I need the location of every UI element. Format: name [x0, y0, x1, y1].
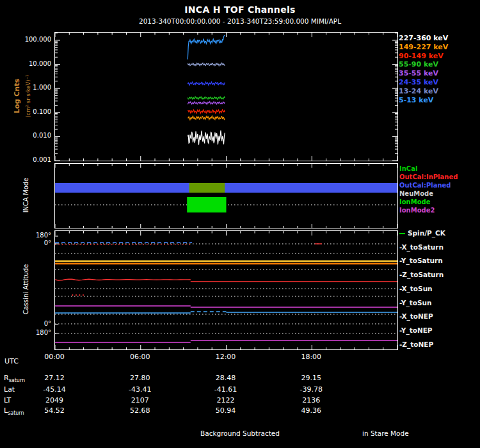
ephemeris-value: -45.14	[43, 385, 65, 394]
flux-plot-canvas	[55, 33, 397, 161]
ephemeris-value: -39.78	[300, 385, 323, 394]
ephemeris-row-label: Lsaturn	[4, 406, 24, 416]
attitude-legend-item: -Y_toSun	[399, 299, 431, 307]
ephemeris-value: 2136	[302, 396, 320, 404]
flux-ytick-label: 0.100	[0, 108, 51, 115]
legend-label: -Y_toNEP	[399, 326, 433, 334]
flux-series-13-24keV	[188, 63, 225, 65]
mode-legend-item: NeuMode	[399, 190, 433, 197]
flux-legend-item: 5-13 keV	[399, 96, 433, 104]
mode-plot-canvas	[55, 164, 397, 228]
attitude-plot-canvas	[55, 231, 397, 349]
mode-bar-InCal	[189, 183, 225, 193]
flux-plot-panel	[54, 32, 398, 161]
inca-tof-plot-screen: INCA H TOF Channels 2013-340T00:00:00.00…	[0, 0, 480, 448]
flux-legend-item: 90-149 keV	[399, 52, 444, 60]
legend-label: -X_toSun	[399, 285, 433, 292]
flux-series-227-360keV	[188, 131, 225, 145]
attitude-plot-panel	[54, 230, 398, 350]
flux-ytick-label: 0.010	[0, 132, 51, 139]
time-tick-label: 06:00	[130, 353, 150, 361]
utc-axis-label: UTC	[4, 357, 19, 365]
attitude-legend-item: -X_toNEP	[399, 312, 433, 320]
legend-label: -X_toSaturn	[399, 243, 444, 251]
ephemeris-value: 27.12	[44, 374, 65, 382]
flux-legend-item: 227-360 keV	[399, 34, 448, 42]
plot-title: INCA H TOF Channels	[0, 4, 480, 15]
ephemeris-label-main: R	[4, 374, 9, 382]
mode-legend-item: OutCal:Planed	[399, 182, 451, 189]
legend-label: -Y_toSaturn	[399, 257, 443, 264]
time-tick-label: 18:00	[301, 353, 321, 361]
flux-ytick-label: 0.001	[0, 156, 51, 163]
ephemeris-row-label: LT	[4, 396, 11, 404]
ephemeris-value: 49.36	[301, 406, 322, 415]
ephemeris-value: 2122	[217, 396, 235, 404]
attitude-ytick-label: 0°	[0, 239, 51, 246]
footer-stare-mode: in Stare Mode	[362, 429, 409, 437]
flux-series-35-55keV	[188, 102, 225, 104]
flux-legend-item: 24-35 keV	[399, 78, 438, 86]
legend-label: -Z_toNEP	[399, 340, 433, 348]
ephemeris-value: 27.80	[130, 374, 150, 382]
mode-y-axis-label: INCA Mode	[22, 178, 29, 213]
ephemeris-value: 50.94	[216, 406, 236, 415]
mode-legend-item: IonMode	[399, 198, 430, 205]
attitude-legend-item: -Z_toNEP	[399, 340, 433, 348]
flux-series-90-149keV	[188, 109, 225, 113]
ephemeris-label-subscript: saturn	[9, 378, 26, 383]
attitude-legend-item: -X_toSaturn	[399, 243, 444, 251]
ephemeris-row-label: Lat	[4, 385, 15, 394]
mode-legend-item: OutCal:InPlaned	[399, 173, 458, 180]
legend-label: -Y_toSun	[399, 299, 431, 307]
mode-bar-IonMode	[187, 197, 226, 212]
flux-ytick-label: 100.000	[0, 36, 51, 43]
ephemeris-row-label: Rsaturn	[4, 374, 25, 383]
flux-legend-item: 13-24 keV	[399, 87, 438, 95]
time-tick-label: 12:00	[216, 353, 236, 361]
flux-series-149-227keV	[188, 116, 225, 120]
mode-legend-item: InCal	[399, 165, 417, 172]
time-tick-label: 00:00	[44, 353, 65, 361]
legend-label: Spin/P_CK	[408, 229, 445, 237]
ephemeris-value: 52.68	[130, 406, 150, 415]
ephemeris-value: 54.52	[44, 406, 65, 415]
attitude-legend-item: -Z_toSaturn	[399, 271, 444, 278]
legend-label: -X_toNEP	[399, 312, 433, 320]
ephemeris-value: 28.48	[216, 374, 236, 382]
attitude-legend-item: -Y_toNEP	[399, 326, 433, 334]
attitude-trace-XtoSun	[55, 279, 191, 280]
attitude-ytick-label: 0°	[0, 320, 51, 327]
mode-legend-item: IonMode2	[399, 207, 435, 214]
ephemeris-value: -41.61	[214, 385, 237, 394]
mode-bar-OutCalPlaned	[55, 183, 397, 193]
flux-ytick-label: 1.000	[0, 84, 51, 91]
flux-legend-item: 149-227 keV	[399, 43, 448, 51]
ephemeris-value: 2049	[45, 396, 63, 404]
flux-legend-item: 55-90 keV	[399, 60, 438, 68]
attitude-ytick-label: 180°	[0, 329, 51, 336]
ephemeris-label-main: Lat	[4, 385, 15, 394]
mode-timeline-panel	[54, 163, 398, 228]
attitude-legend-item: -Y_toSaturn	[399, 257, 443, 264]
flux-legend-item: 35-55 keV	[399, 69, 438, 77]
ephemeris-label-subscript: saturn	[8, 410, 24, 416]
flux-series-5-13keV	[188, 35, 225, 59]
attitude-y-axis-label: Cassini Attitude	[22, 264, 29, 315]
flux-series-55-90keV	[188, 97, 225, 99]
ephemeris-label-main: LT	[4, 396, 11, 404]
ephemeris-value: -43.41	[129, 385, 151, 394]
ephemeris-value: 29.15	[301, 374, 322, 382]
ephemeris-value: 2107	[131, 396, 149, 404]
legend-marker	[399, 233, 405, 234]
flux-series-24-35keV	[188, 82, 225, 85]
attitude-legend-item: Spin/P_CK	[399, 229, 445, 237]
legend-label: -Z_toSaturn	[399, 271, 444, 278]
plot-subtitle: 2013-340T00:00:00.000 - 2013-340T23:59:0…	[0, 17, 480, 25]
attitude-legend-item: -X_toSun	[399, 285, 433, 292]
attitude-ytick-label: 180°	[0, 232, 51, 239]
flux-ytick-label: 10.000	[0, 60, 51, 67]
